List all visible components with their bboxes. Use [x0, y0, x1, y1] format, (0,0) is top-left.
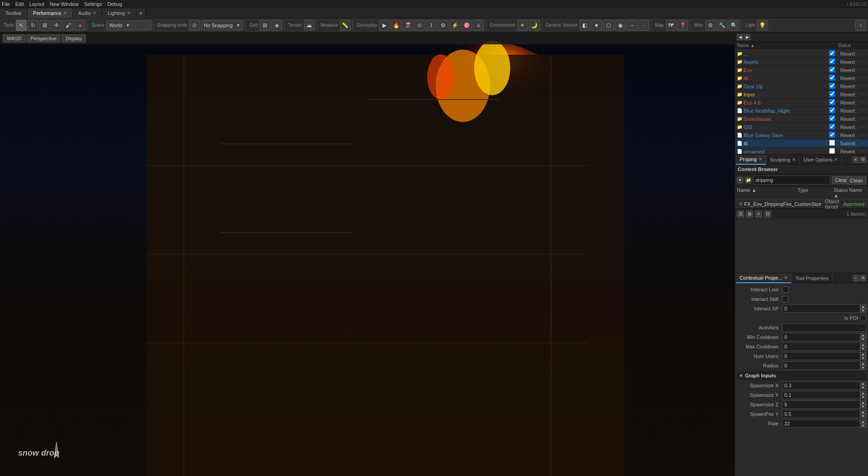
sc-name-header[interactable]: Name ▲: [735, 43, 827, 48]
sc-checkbox[interactable]: [829, 99, 835, 105]
menu-new-window[interactable]: New Window: [50, 1, 79, 7]
spawnsize-y-input[interactable]: [782, 391, 860, 399]
gameplay-flame-btn[interactable]: 🌋: [402, 20, 413, 31]
gameplay-5-btn[interactable]: ⚙: [438, 20, 448, 31]
sc-row[interactable]: 📁 Gear Up Revert ⋯: [735, 82, 868, 90]
map-btn2[interactable]: 📍: [677, 20, 688, 31]
sc-row[interactable]: 📄 unnamed Revert ⋯: [735, 148, 868, 155]
add-tab-button[interactable]: +: [137, 8, 146, 18]
menu-edit[interactable]: Edit: [15, 1, 24, 7]
misc-btn1[interactable]: ⚙: [705, 20, 716, 31]
sc-row[interactable]: 📁 Input Revert ⋯: [735, 90, 868, 99]
gameplay-7-btn[interactable]: 🎯: [461, 20, 472, 31]
wasd-btn[interactable]: WASD: [3, 34, 26, 43]
cb-col-status-header[interactable]: Status Name ▲: [832, 187, 868, 198]
sc-collapse-btn[interactable]: ◀: [737, 34, 743, 40]
gameplay-target-btn[interactable]: ⊙: [414, 20, 425, 31]
num-users-input[interactable]: [782, 352, 860, 360]
grid2-btn[interactable]: ◈: [271, 20, 282, 31]
menu-layout[interactable]: Layout: [29, 1, 44, 7]
sc-row[interactable]: 📁 AI Revert ⋯: [735, 74, 868, 82]
sc-row[interactable]: 📁 Greenhouse Revert ⋯: [735, 115, 868, 123]
tab-audio[interactable]: Audio ✕: [73, 8, 102, 18]
cb-list-view-icon[interactable]: ☰: [737, 210, 744, 218]
cb-col-name-header[interactable]: Name ▲: [735, 187, 796, 198]
tab-lighting[interactable]: Lighting ✕: [102, 8, 137, 18]
viewport[interactable]: WASD Perspective Display snow drop: [0, 33, 735, 476]
misc-btn2[interactable]: 🔧: [717, 20, 728, 31]
min-cooldown-input[interactable]: [782, 333, 860, 341]
is-poi-checkbox[interactable]: [860, 315, 866, 321]
sc-row[interactable]: 📁 ... Revert ⋯: [735, 50, 868, 58]
sc-checkbox[interactable]: [829, 67, 835, 72]
sc-checkbox[interactable]: [829, 75, 835, 81]
select-tool-btn[interactable]: ↖: [16, 20, 27, 31]
sc-row[interactable]: 📄 Blue Galaxy Save Revert ⋯: [735, 131, 868, 139]
tab-ctx-close[interactable]: ✕: [784, 275, 788, 280]
sc-row[interactable]: 📁 GIS Revert ⋯: [735, 123, 868, 131]
cb-grid-view-icon[interactable]: ⊞: [746, 210, 753, 218]
interact-skill-checkbox[interactable]: [782, 296, 788, 302]
perspective-btn[interactable]: Perspective: [27, 34, 61, 43]
spawnpos-y-input[interactable]: [782, 410, 860, 418]
spawnsize-y-up[interactable]: ▲: [860, 391, 866, 395]
env-moon-btn[interactable]: 🌙: [529, 20, 540, 31]
max-cooldown-up[interactable]: ▲: [860, 343, 866, 347]
max-cooldown-down[interactable]: ▼: [860, 347, 866, 351]
env-sun-btn[interactable]: ☀: [517, 20, 528, 31]
vol-dot-btn[interactable]: ·: [638, 20, 649, 31]
spawnsize-z-input[interactable]: [782, 400, 860, 409]
sc-checkbox[interactable]: [829, 83, 835, 89]
spawnsize-x-down[interactable]: ▼: [860, 386, 866, 390]
snapping-dropdown[interactable]: No Snapping ▼: [201, 20, 244, 30]
sc-checkbox[interactable]: [829, 124, 835, 129]
spawnpos-y-down[interactable]: ▼: [860, 414, 866, 418]
interact-xp-up[interactable]: ▲: [860, 305, 866, 309]
spawnsize-z-down[interactable]: ▼: [860, 405, 866, 409]
radius-input[interactable]: [782, 362, 860, 370]
tab-proping-close[interactable]: ✕: [759, 157, 762, 162]
spawnsize-x-input[interactable]: [782, 381, 860, 390]
gameplay-fire-btn[interactable]: 🔥: [391, 20, 401, 31]
cb-search-input[interactable]: [753, 176, 830, 185]
props-float-btn[interactable]: ⧉: [860, 275, 866, 281]
vol-star-btn[interactable]: ★: [591, 20, 602, 31]
scale-tool-btn[interactable]: ⊞: [39, 20, 50, 31]
grid-btn[interactable]: ⊞: [259, 20, 270, 31]
tab-sculpting[interactable]: Sculpting ✕: [766, 155, 800, 165]
cb-back-btn[interactable]: ▼: [737, 177, 743, 183]
interact-xp-input[interactable]: [782, 305, 860, 313]
min-cooldown-up[interactable]: ▲: [860, 333, 866, 337]
tab-tool-properties[interactable]: Tool Properties: [792, 273, 832, 283]
min-cooldown-down[interactable]: ▼: [860, 337, 866, 341]
spawnsize-x-up[interactable]: ▲: [860, 381, 866, 386]
cb-row[interactable]: ⚙ FX_Env_DrippingFire_CustomSize Object …: [735, 200, 868, 209]
snapping-icon[interactable]: ⊡: [189, 20, 200, 31]
sc-checkbox[interactable]: [829, 58, 835, 64]
max-cooldown-input[interactable]: [782, 343, 860, 351]
toolbar-expand-btn[interactable]: ›: [855, 20, 866, 31]
light-btn[interactable]: 💡: [757, 20, 768, 31]
display-btn[interactable]: Display: [61, 34, 86, 43]
tab-proping[interactable]: Proping ✕: [736, 155, 766, 165]
sc-row[interactable]: 📄 ttt Submit ⋯: [735, 139, 868, 148]
rate-up[interactable]: ▲: [860, 419, 866, 424]
menu-settings[interactable]: Settings: [84, 1, 102, 7]
tab-performance[interactable]: Performance ✕: [28, 8, 73, 18]
menu-debug[interactable]: Debug: [108, 1, 122, 7]
spawnsize-z-up[interactable]: ▲: [860, 400, 866, 405]
sc-checkbox[interactable]: [829, 107, 835, 113]
graph-inputs-section[interactable]: ▼ Graph Inputs: [737, 371, 866, 380]
props-expand-btn[interactable]: +: [853, 275, 859, 281]
panel-tabs-close-btn[interactable]: ✕: [853, 157, 859, 163]
tab-toolbar[interactable]: Toolbar: [0, 8, 28, 18]
rate-down[interactable]: ▼: [860, 424, 866, 428]
paint-tool-btn[interactable]: 🔺: [75, 20, 85, 31]
sc-checkbox[interactable]: [829, 115, 835, 121]
measure-btn[interactable]: 📏: [340, 20, 351, 31]
num-users-up[interactable]: ▲: [860, 352, 866, 356]
menu-file[interactable]: File: [2, 1, 10, 7]
gameplay-6-btn[interactable]: ⚡: [449, 20, 460, 31]
interact-loot-checkbox[interactable]: [782, 286, 788, 293]
tab-performance-close[interactable]: ✕: [63, 10, 67, 15]
